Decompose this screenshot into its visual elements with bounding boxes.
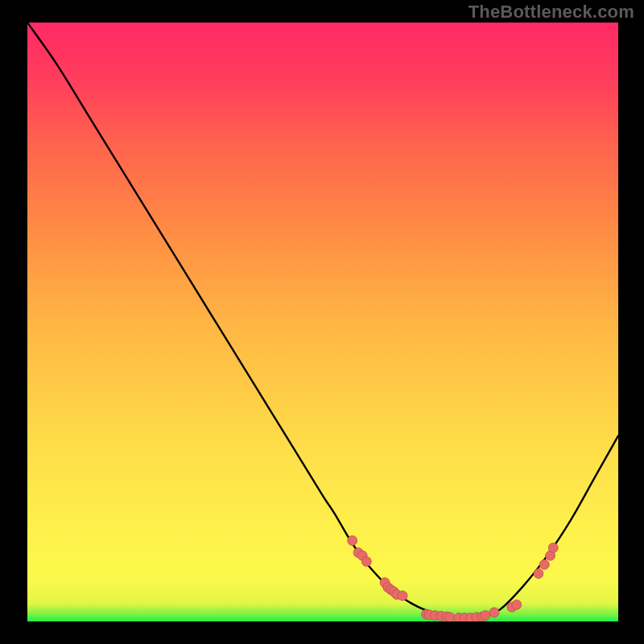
chart-svg (27, 23, 618, 621)
bottleneck-curve (27, 23, 618, 618)
data-marker (445, 613, 455, 621)
data-marker (361, 557, 371, 567)
data-marker (548, 543, 558, 552)
data-marker (534, 568, 543, 578)
watermark-text: TheBottleneck.com (469, 2, 634, 23)
data-marker (348, 536, 357, 546)
data-marker (539, 559, 549, 569)
data-marker (481, 611, 490, 621)
chart-viewport: TheBottleneck.com (0, 0, 644, 644)
chart-plot-area (27, 23, 618, 621)
data-marker (512, 600, 522, 609)
data-marker (398, 591, 407, 601)
data-marker (489, 608, 499, 617)
